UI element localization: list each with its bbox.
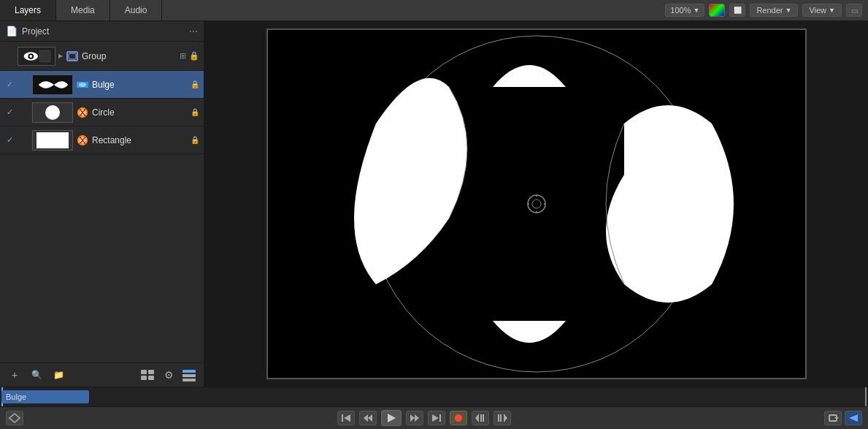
- svg-point-3: [29, 55, 32, 58]
- svg-rect-4: [39, 50, 50, 61]
- canvas-border: [266, 29, 807, 379]
- layer-thumb-circle: [32, 102, 73, 123]
- skip-to-end-button[interactable]: [428, 411, 445, 425]
- svg-point-10: [45, 105, 60, 120]
- group-arrange-icon[interactable]: ⊞: [180, 51, 186, 61]
- prev-frame-button[interactable]: [359, 411, 377, 425]
- svg-rect-30: [342, 414, 343, 422]
- svg-rect-43: [500, 414, 502, 422]
- layer-item-bulge[interactable]: ✓ Bulge 🔒: [0, 71, 204, 99]
- bulge-icon: [76, 78, 89, 91]
- search-layers-button[interactable]: 🔍: [28, 368, 45, 382]
- layer-name-group: Group: [82, 51, 177, 61]
- group-lock-icon[interactable]: 🔒: [189, 51, 199, 61]
- tab-audio[interactable]: Audio: [110, 0, 163, 20]
- svg-rect-21: [183, 379, 196, 381]
- view-toggle-icon[interactable]: [139, 368, 157, 382]
- svg-rect-18: [148, 376, 154, 380]
- svg-marker-39: [475, 414, 479, 422]
- next-frame-button[interactable]: [406, 411, 423, 425]
- canvas-area[interactable]: [204, 21, 868, 387]
- add-layer-button[interactable]: +: [6, 368, 23, 382]
- svg-marker-34: [388, 414, 396, 422]
- layer-name-rectangle: Rectangle: [92, 135, 188, 145]
- svg-marker-35: [410, 414, 415, 422]
- layer-expand-icon[interactable]: ▶: [58, 53, 63, 59]
- svg-rect-6: [69, 53, 76, 59]
- layers-arrange-icon[interactable]: [180, 368, 198, 382]
- rectangle-lock-icon[interactable]: 🔒: [191, 136, 199, 144]
- timeline: Bulge: [0, 387, 868, 429]
- layer-check-rectangle[interactable]: ✓: [4, 135, 15, 145]
- canvas: [266, 29, 807, 379]
- window-icon[interactable]: ▭: [846, 4, 862, 17]
- svg-rect-38: [439, 414, 441, 422]
- settings-icon[interactable]: ⚙: [160, 368, 177, 382]
- svg-rect-40: [480, 414, 482, 422]
- svg-point-22: [369, 36, 704, 372]
- project-icon: 📄: [6, 26, 18, 37]
- svg-point-24: [532, 200, 541, 208]
- svg-marker-33: [368, 414, 372, 422]
- circle-icon: [76, 106, 89, 119]
- timeline-end-marker: [865, 387, 867, 406]
- svg-marker-29: [9, 414, 20, 422]
- skip-to-start-button[interactable]: [337, 411, 355, 425]
- loop-forward-button[interactable]: [493, 411, 511, 425]
- timeline-track[interactable]: Bulge: [0, 387, 868, 407]
- color-picker-button[interactable]: [709, 4, 725, 17]
- timeline-clip[interactable]: Bulge: [1, 390, 89, 403]
- loop-icon[interactable]: [824, 411, 842, 425]
- circle-lock-icon[interactable]: 🔒: [191, 108, 199, 116]
- layer-item-rectangle[interactable]: ✓ Rectangle 🔒: [0, 126, 204, 154]
- add-keyframe-button[interactable]: [6, 411, 23, 425]
- svg-marker-32: [364, 414, 368, 422]
- folder-layer-button[interactable]: 📁: [50, 368, 67, 382]
- zoom-selector[interactable]: 100% ▼: [665, 4, 704, 17]
- layer-name-circle: Circle: [92, 107, 188, 118]
- layer-check-bulge[interactable]: ✓: [4, 80, 15, 89]
- svg-rect-19: [183, 370, 196, 373]
- svg-marker-31: [344, 414, 350, 422]
- svg-rect-20: [183, 374, 196, 377]
- project-label: Project: [22, 26, 49, 37]
- layer-item-group[interactable]: ▶ Group ⊞ 🔒: [0, 42, 204, 71]
- view-chevron-icon: ▼: [829, 7, 835, 14]
- play-button[interactable]: [381, 410, 402, 426]
- layer-name-bulge: Bulge: [92, 80, 188, 90]
- reverse-icon[interactable]: [845, 411, 862, 425]
- tab-layers[interactable]: Layers: [0, 0, 56, 20]
- project-options-icon[interactable]: ⋯: [189, 26, 198, 37]
- record-icon: [455, 414, 462, 422]
- svg-rect-15: [141, 370, 147, 374]
- svg-point-9: [79, 83, 86, 87]
- svg-marker-42: [504, 414, 507, 422]
- svg-marker-37: [432, 414, 439, 422]
- loop-back-button[interactable]: [472, 411, 489, 425]
- project-header: 📄 Project ⋯: [0, 21, 204, 42]
- svg-rect-17: [141, 376, 147, 380]
- layer-check-circle[interactable]: ✓: [4, 107, 15, 117]
- group-icon: [66, 50, 79, 63]
- render-chevron-icon: ▼: [786, 7, 792, 14]
- color-option-icon[interactable]: ⬜: [729, 4, 745, 17]
- svg-rect-16: [148, 370, 154, 374]
- layer-thumb-rectangle: [32, 130, 73, 151]
- svg-marker-45: [849, 414, 858, 422]
- timeline-controls: [0, 407, 868, 429]
- svg-rect-41: [483, 414, 484, 422]
- layer-item-circle[interactable]: ✓ Circle 🔒: [0, 99, 204, 126]
- zoom-chevron-icon: ▼: [694, 7, 700, 14]
- layer-thumb-group: [18, 47, 55, 66]
- layer-thumb-bulge: [32, 75, 73, 95]
- svg-marker-36: [415, 414, 419, 422]
- render-button[interactable]: Render ▼: [750, 4, 798, 17]
- record-button[interactable]: [450, 411, 467, 425]
- bulge-lock-icon[interactable]: 🔒: [191, 80, 199, 88]
- svg-rect-44: [498, 414, 499, 422]
- tab-media[interactable]: Media: [56, 0, 110, 20]
- rectangle-icon: [76, 134, 89, 147]
- svg-point-23: [528, 195, 545, 213]
- view-button[interactable]: View ▼: [802, 4, 842, 17]
- sidebar-toolbar: + 🔍 📁 ⚙: [0, 362, 204, 387]
